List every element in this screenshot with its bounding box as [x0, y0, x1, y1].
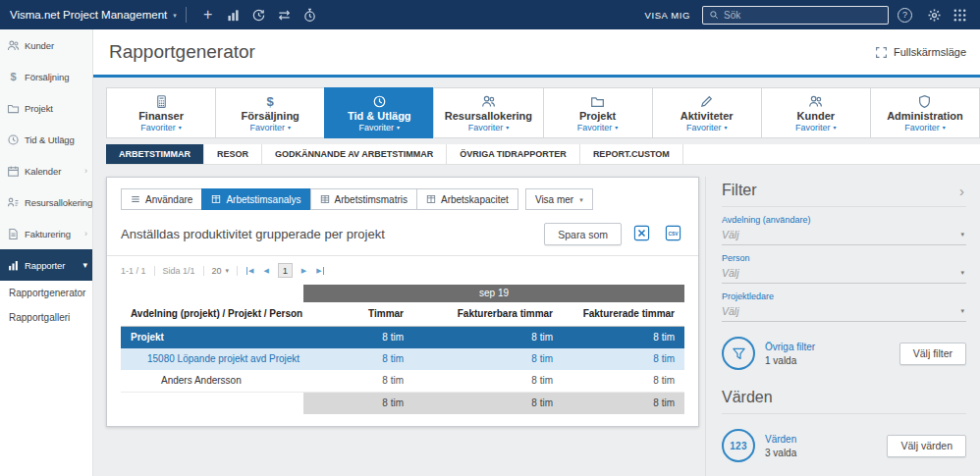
filter-title: Filter [722, 182, 957, 199]
main-area: Rapportgenerator Fullskärmsläge Finanser… [93, 29, 980, 476]
dollar-icon: $ [7, 71, 20, 83]
search-box[interactable] [702, 6, 889, 25]
history-button[interactable] [246, 0, 272, 29]
view-tab-arbetstimsmatris[interactable]: Arbetstimsmatris [310, 188, 417, 210]
fullscreen-button[interactable]: Fullskärmsläge [875, 46, 966, 59]
csv-export-icon: CSV [665, 225, 681, 241]
subtab-ovriga-tidrapporter[interactable]: ÖVRIGA TIDRAPPORTER [447, 144, 580, 164]
view-tab-label: Arbetstimsmatris [335, 194, 408, 205]
sidebar-item-rapporter[interactable]: Rapporter ▾ [0, 249, 92, 281]
export-excel-button[interactable] [629, 225, 653, 244]
add-button[interactable]: + [195, 0, 221, 29]
category-tab-kunder[interactable]: Kunder Favoriter▾ [761, 87, 871, 138]
arrow-right-icon: ▶ [316, 267, 321, 275]
settings-button[interactable] [921, 0, 947, 29]
filter-field-label: Projektledare [722, 291, 966, 301]
avdelning-dropdown[interactable]: Välj ▾ [722, 226, 966, 245]
first-page-bar-icon [246, 267, 247, 275]
row-value-fakturerade: 8 tim [563, 370, 684, 392]
column-header[interactable]: Avdelning (projekt) / Projekt / Person [121, 302, 303, 326]
plus-icon: + [203, 7, 212, 23]
sidebar-item-resursallokering[interactable]: Resursallokering [0, 186, 92, 218]
timer-button[interactable] [298, 0, 323, 29]
current-page-button[interactable]: 1 [278, 263, 293, 278]
subtab-resor[interactable]: RESOR [204, 144, 262, 164]
chevron-right-icon: › [84, 229, 87, 238]
view-tab-anvandare[interactable]: Användare [121, 188, 202, 210]
choose-values-button[interactable]: Välj värden [887, 435, 966, 457]
save-as-button[interactable]: Spara som [544, 223, 622, 245]
category-tab-forsaljning[interactable]: $ Försäljning Favoriter▾ [215, 87, 325, 138]
table-row-project-15080[interactable]: 15080 Löpande projekt avd Projekt 8 tim … [121, 348, 684, 370]
favorites-dropdown[interactable]: Favoriter▾ [762, 123, 870, 132]
category-tab-label: Administration [871, 110, 979, 122]
sidebar-item-tid-utlagg[interactable]: Tid & Utlägg [0, 124, 92, 155]
category-tab-aktiviteter[interactable]: Aktiviteter Favoriter▾ [652, 87, 762, 138]
reports-shortcut-button[interactable] [221, 0, 246, 29]
calculator-icon [107, 93, 215, 110]
column-header[interactable]: Fakturerbara timmar [413, 302, 563, 326]
chevron-right-icon: › [84, 166, 87, 176]
values-texts: Värden 3 valda [765, 434, 877, 458]
favorites-label: Favoriter [249, 123, 285, 132]
sidebar-item-kunder[interactable]: Kunder [0, 29, 92, 61]
table-row-person-anders-andersson[interactable]: Anders Andersson 8 tim 8 tim 8 tim [121, 370, 684, 393]
page-header: Rapportgenerator Fullskärmsläge [93, 29, 980, 78]
favorites-dropdown[interactable]: Favoriter▾ [107, 123, 215, 132]
sidebar-item-forsaljning[interactable]: $ Försäljning [0, 61, 92, 92]
transfer-button[interactable] [272, 0, 298, 29]
category-tab-label: Finanser [107, 110, 215, 122]
category-tab-resursallokering[interactable]: Resursallokering Favoriter▾ [433, 87, 543, 138]
projektledare-dropdown[interactable]: Välj ▾ [722, 302, 966, 322]
visa-mig-button[interactable]: VISA MIG [644, 10, 690, 21]
sidebar-item-kalender[interactable]: Kalender › [0, 155, 92, 186]
collapse-panel-button[interactable]: › [957, 184, 966, 198]
sidebar-item-rapportgenerator[interactable]: Rapportgenerator [0, 281, 92, 305]
app-switcher[interactable]: Visma.net Project Management ▾ [10, 9, 177, 21]
filter-divider [722, 206, 966, 207]
sidebar-item-fakturering[interactable]: Fakturering › [0, 218, 92, 249]
category-tab-tid-utlagg[interactable]: Tid & Utlägg Favoriter▾ [324, 87, 434, 138]
search-input[interactable] [724, 10, 882, 21]
table-group-header-row: sep 19 [121, 285, 684, 302]
report-title: Anställdas produktivitet grupperade per … [121, 227, 385, 241]
panel-divider [107, 255, 698, 256]
favorites-dropdown[interactable]: Favoriter▾ [434, 123, 542, 132]
export-csv-button[interactable]: CSV [661, 225, 684, 244]
favorites-dropdown[interactable]: Favoriter▾ [871, 123, 979, 132]
category-tab-administration[interactable]: Administration Favoriter▾ [870, 87, 980, 138]
category-tab-finanser[interactable]: Finanser Favoriter▾ [106, 87, 216, 138]
sidebar-item-rapportgalleri[interactable]: Rapportgalleri [0, 305, 92, 330]
subtab-arbetstimmar[interactable]: ARBETSTIMMAR [106, 144, 204, 164]
choose-filter-button[interactable]: Välj filter [899, 343, 966, 365]
sidebar-item-projekt[interactable]: Projekt [0, 92, 92, 124]
dollar-icon: $ [216, 93, 324, 110]
help-button[interactable]: ? [898, 8, 912, 23]
page-size-dropdown[interactable]: 20 ▾ [212, 266, 230, 276]
report-subtabs: ARBETSTIMMAR RESOR GODKÄNNANDE AV ARBETS… [106, 144, 980, 165]
favorites-label: Favoriter [140, 123, 176, 132]
favorites-dropdown[interactable]: Favoriter▾ [325, 123, 433, 132]
view-tab-arbetskapacitet[interactable]: Arbetskapacitet [416, 188, 518, 210]
favorites-dropdown[interactable]: Favoriter▾ [653, 123, 761, 132]
favorites-dropdown[interactable]: Favoriter▾ [216, 123, 324, 132]
subtab-godkannande[interactable]: GODKÄNNANDE AV ARBETSTIMMAR [262, 144, 447, 164]
last-page-button[interactable]: ▶ [315, 267, 324, 275]
view-tab-label: Användare [145, 194, 192, 205]
category-tab-projekt[interactable]: Projekt Favoriter▾ [543, 87, 653, 138]
show-more-dropdown[interactable]: Visa mer ▾ [525, 188, 593, 210]
swap-arrows-icon [277, 8, 292, 23]
previous-page-button[interactable]: ◀ [262, 267, 269, 275]
sidebar-item-label: Försäljning [25, 72, 87, 82]
person-dropdown[interactable]: Välj ▾ [722, 264, 966, 284]
view-tab-arbetstimsanalys[interactable]: Arbetstimsanalys [201, 188, 310, 210]
favorites-label: Favoriter [577, 123, 613, 132]
subtab-report-custom[interactable]: REPORT.CUSTOM [580, 144, 683, 164]
column-header[interactable]: Fakturerade timmar [563, 302, 684, 326]
first-page-button[interactable]: ◀ [245, 267, 254, 275]
column-header[interactable]: Timmar [303, 302, 413, 326]
app-grid-button[interactable] [947, 0, 972, 29]
favorites-dropdown[interactable]: Favoriter▾ [544, 123, 652, 132]
table-row-group-projekt[interactable]: Projekt 8 tim 8 tim 8 tim [121, 327, 684, 348]
next-page-button[interactable]: ▶ [300, 267, 307, 275]
